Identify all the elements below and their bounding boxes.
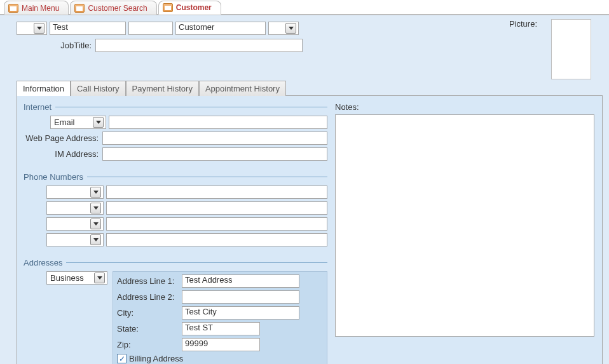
job-title-input[interactable] — [95, 39, 303, 52]
addr-line1-input[interactable]: Test Address — [182, 274, 299, 288]
chevron-down-icon[interactable] — [94, 273, 105, 283]
addr-city-input[interactable]: Test City — [182, 306, 299, 320]
phone-row-1 — [24, 185, 327, 199]
information-panel: Internet Email Web Page Address: IM Addr… — [17, 96, 603, 364]
im-input[interactable] — [102, 147, 327, 161]
left-column: Internet Email Web Page Address: IM Addr… — [24, 102, 327, 364]
addresses-group-title: Addresses — [24, 258, 327, 267]
phone-row-3 — [24, 217, 327, 231]
addr-zip-label: Zip: — [117, 340, 182, 349]
sub-tab-payment-history[interactable]: Payment History — [126, 81, 199, 96]
notes-label: Notes: — [335, 102, 594, 112]
web-row: Web Page Address: — [24, 131, 327, 145]
notes-textarea[interactable] — [335, 114, 594, 337]
billing-label: Billing Address — [129, 354, 183, 363]
top-tab-main-menu[interactable]: Main Menu — [4, 1, 69, 15]
im-label: IM Address: — [24, 149, 102, 159]
addr-city-row: City: Test City — [117, 306, 323, 320]
chevron-down-icon[interactable] — [90, 203, 101, 213]
web-label: Web Page Address: — [24, 133, 102, 143]
addr-zip-row: Zip: 99999 — [117, 338, 323, 351]
sub-tab-label: Call History — [77, 84, 119, 93]
addr-zip-input[interactable]: 99999 — [182, 338, 260, 351]
phone-type-combo[interactable] — [46, 185, 104, 199]
top-tab-customer-search[interactable]: Customer Search — [70, 1, 156, 15]
internet-group-title: Internet — [24, 102, 327, 112]
top-tab-customer[interactable]: Customer — [158, 1, 221, 15]
form-icon — [163, 3, 173, 12]
top-tab-label: Customer — [176, 3, 212, 12]
addr-line2-label: Address Line 2: — [117, 292, 182, 302]
picture-box[interactable] — [551, 19, 591, 79]
phone-type-combo[interactable] — [46, 201, 104, 215]
group-label: Addresses — [24, 258, 62, 267]
top-tab-label: Customer Search — [88, 4, 147, 13]
addr-line1-row: Address Line 1: Test Address — [117, 274, 323, 288]
sub-tab-appointment-history[interactable]: Appointment History — [199, 81, 286, 96]
sub-tab-label: Payment History — [132, 84, 193, 93]
form-body: Picture: Test Customer JobTitle: Informa… — [0, 15, 609, 364]
chevron-down-icon[interactable] — [93, 117, 104, 128]
page: Main Menu Customer Search Customer Pictu… — [0, 0, 609, 364]
group-label: Internet — [24, 102, 51, 112]
phone-input[interactable] — [106, 217, 327, 231]
addr-city-label: City: — [117, 308, 182, 318]
form-icon — [8, 4, 18, 13]
addr-line2-row: Address Line 2: — [117, 290, 323, 304]
email-row: Email — [24, 116, 327, 129]
addr-state-row: State: Test ST — [117, 322, 323, 335]
addresses-box: Business Address Line 1: Test Address Ad… — [24, 271, 327, 364]
sub-tab-information[interactable]: Information — [17, 81, 71, 96]
chevron-down-icon[interactable] — [285, 23, 296, 34]
divider — [87, 177, 327, 177]
sub-tab-label: Appointment History — [205, 84, 280, 93]
email-type-value: Email — [53, 118, 93, 127]
divider — [55, 107, 327, 107]
addr-line2-input[interactable] — [182, 290, 299, 304]
picture-label: Picture: — [504, 19, 542, 29]
right-column: Notes: — [335, 102, 594, 364]
addr-state-label: State: — [117, 324, 182, 334]
chevron-down-icon[interactable] — [90, 234, 101, 245]
top-tab-bar: Main Menu Customer Search Customer — [0, 0, 609, 15]
phone-type-combo[interactable] — [46, 217, 104, 231]
picture-section: Picture: — [551, 19, 591, 79]
last-name-input[interactable]: Customer — [175, 22, 266, 35]
email-type-combo[interactable]: Email — [50, 116, 106, 129]
phone-input[interactable] — [106, 233, 327, 246]
phone-group-title: Phone Numbers — [24, 172, 327, 182]
web-input[interactable] — [102, 131, 327, 145]
phone-input[interactable] — [106, 185, 327, 199]
chevron-down-icon[interactable] — [90, 219, 101, 229]
sub-tab-bar: Information Call History Payment History… — [17, 80, 603, 96]
address-type-value: Business — [49, 273, 94, 283]
addr-line1-label: Address Line 1: — [117, 276, 182, 286]
im-row: IM Address: — [24, 147, 327, 161]
sub-tab-call-history[interactable]: Call History — [71, 81, 125, 96]
job-title-row: JobTitle: — [17, 39, 303, 52]
first-name-input[interactable]: Test — [50, 22, 126, 35]
phone-row-2 — [24, 201, 327, 215]
addr-state-input[interactable]: Test ST — [182, 322, 260, 335]
sub-tab-label: Information — [23, 84, 64, 93]
address-fields: Address Line 1: Test Address Address Lin… — [113, 271, 327, 364]
chevron-down-icon[interactable] — [90, 187, 101, 198]
group-label: Phone Numbers — [24, 172, 83, 182]
billing-checkbox[interactable] — [117, 354, 127, 363]
address-type-combo[interactable]: Business — [46, 271, 107, 285]
job-title-label: JobTitle: — [17, 41, 95, 50]
billing-address-row: Billing Address — [117, 354, 323, 363]
form-icon — [74, 4, 85, 13]
top-tab-label: Main Menu — [22, 4, 59, 13]
middle-name-input[interactable] — [128, 22, 173, 35]
chevron-down-icon[interactable] — [34, 23, 44, 34]
prefix-combo[interactable] — [17, 22, 47, 35]
divider — [66, 262, 327, 263]
suffix-combo[interactable] — [268, 22, 299, 35]
phone-type-combo[interactable] — [46, 233, 104, 246]
phone-row-4 — [24, 233, 327, 246]
email-input[interactable] — [109, 116, 327, 129]
phone-input[interactable] — [106, 201, 327, 215]
